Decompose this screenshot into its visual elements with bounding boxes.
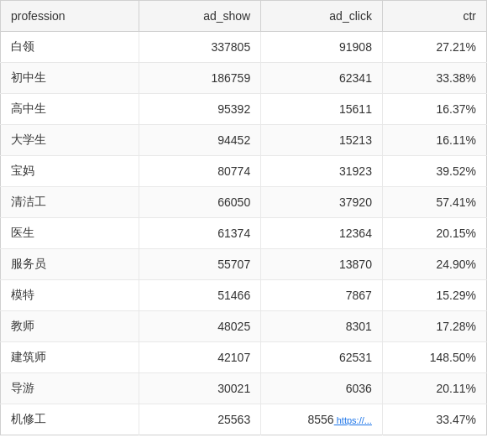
cell-ad-show: 51466 (139, 280, 261, 311)
table-row: 清洁工660503792057.41% (1, 187, 487, 218)
cell-profession: 服务员 (1, 249, 139, 280)
table-row: 教师48025830117.28% (1, 311, 487, 342)
cell-profession: 教师 (1, 311, 139, 342)
header-profession: profession (1, 1, 139, 32)
cell-profession: 模特 (1, 280, 139, 311)
table-header-row: profession ad_show ad_click ctr (1, 1, 487, 32)
cell-ad-click: 7867 (261, 280, 383, 311)
cell-ad-click: 6036 (261, 373, 383, 404)
cell-profession: 白领 (1, 32, 139, 63)
cell-ad-show: 337805 (139, 32, 261, 63)
cell-ctr: 20.15% (382, 218, 486, 249)
cell-ad-show: 186759 (139, 63, 261, 94)
cell-ctr: 16.37% (382, 94, 486, 125)
data-table: profession ad_show ad_click ctr 白领337805… (0, 0, 487, 435)
header-ad-show: ad_show (139, 1, 261, 32)
cell-ctr: 24.90% (382, 249, 486, 280)
cell-ad-show: 42107 (139, 342, 261, 373)
cell-ad-click: 62341 (261, 63, 383, 94)
table-row: 导游30021603620.11% (1, 373, 487, 404)
cell-ctr: 17.28% (382, 311, 486, 342)
table-row: 大学生944521521316.11% (1, 125, 487, 156)
cell-ctr: 20.11% (382, 373, 486, 404)
cell-ctr: 39.52% (382, 156, 486, 187)
table-row: 宝妈807743192339.52% (1, 156, 487, 187)
cell-ctr: 33.38% (382, 63, 486, 94)
cell-ad-click: 15213 (261, 125, 383, 156)
cell-ad-show: 61374 (139, 218, 261, 249)
cell-ad-click: 91908 (261, 32, 383, 63)
cell-ad-show: 80774 (139, 156, 261, 187)
cell-ad-show: 30021 (139, 373, 261, 404)
cell-ad-show: 48025 (139, 311, 261, 342)
cell-ad-show: 66050 (139, 187, 261, 218)
cell-profession: 医生 (1, 218, 139, 249)
cell-profession: 清洁工 (1, 187, 139, 218)
table-row: 建筑师4210762531148.50% (1, 342, 487, 373)
cell-ad-click: 8301 (261, 311, 383, 342)
table-row: 机修工255638556 https://...33.47% (1, 404, 487, 435)
table-row: 医生613741236420.15% (1, 218, 487, 249)
cell-ctr: 33.47% (382, 404, 486, 435)
cell-ad-show: 95392 (139, 94, 261, 125)
cell-ad-show: 94452 (139, 125, 261, 156)
cell-ad-click: 12364 (261, 218, 383, 249)
cell-profession: 大学生 (1, 125, 139, 156)
cell-ad-click: 62531 (261, 342, 383, 373)
table-row: 高中生953921561116.37% (1, 94, 487, 125)
cell-ctr: 15.29% (382, 280, 486, 311)
watermark-link: https://... (334, 415, 372, 425)
cell-profession: 高中生 (1, 94, 139, 125)
cell-ad-click: 31923 (261, 156, 383, 187)
header-ad-click: ad_click (261, 1, 383, 32)
header-ctr: ctr (382, 1, 486, 32)
cell-profession: 宝妈 (1, 156, 139, 187)
table-row: 服务员557071387024.90% (1, 249, 487, 280)
cell-ad-click: 13870 (261, 249, 383, 280)
cell-ctr: 16.11% (382, 125, 486, 156)
cell-ad-click: 15611 (261, 94, 383, 125)
cell-ad-click: 37920 (261, 187, 383, 218)
cell-ad-show: 55707 (139, 249, 261, 280)
table-row: 白领3378059190827.21% (1, 32, 487, 63)
cell-profession: 建筑师 (1, 342, 139, 373)
table-row: 初中生1867596234133.38% (1, 63, 487, 94)
table-row: 模特51466786715.29% (1, 280, 487, 311)
cell-profession: 导游 (1, 373, 139, 404)
cell-profession: 机修工 (1, 404, 139, 435)
cell-ad-show: 25563 (139, 404, 261, 435)
cell-ctr: 27.21% (382, 32, 486, 63)
cell-profession: 初中生 (1, 63, 139, 94)
cell-ctr: 57.41% (382, 187, 486, 218)
cell-ctr: 148.50% (382, 342, 486, 373)
cell-ad-click: 8556 https://... (261, 404, 383, 435)
